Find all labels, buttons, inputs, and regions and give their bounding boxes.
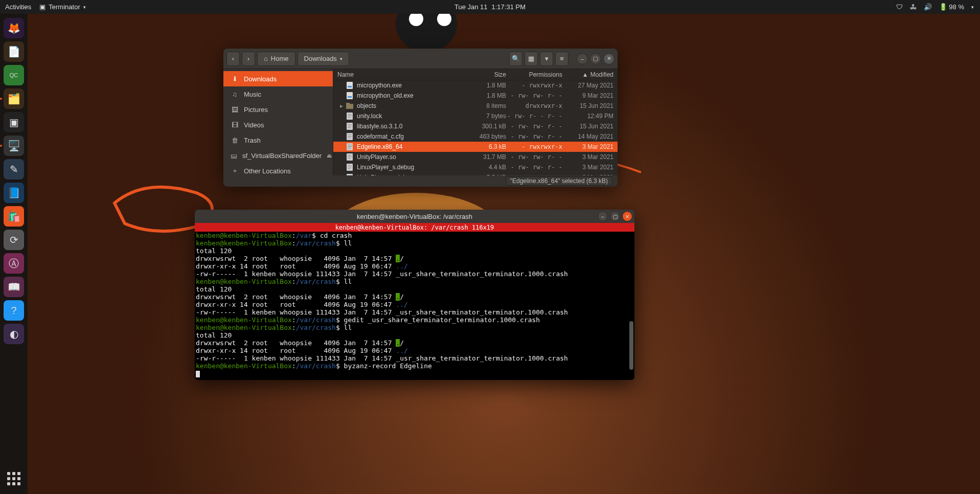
- maximize-button[interactable]: ▢: [590, 53, 601, 64]
- battery-indicator[interactable]: 🔋 98 %: [939, 3, 964, 11]
- svg-rect-13: [348, 117, 351, 118]
- file-size: 31.7 MB: [465, 153, 506, 161]
- file-row[interactable]: UnityPlayer.so31.7 MB- rw- rw- r- -3 Mar…: [333, 152, 618, 162]
- file-row[interactable]: libastyle.so.3.1.0300.1 kB- rw- rw- r- -…: [333, 121, 618, 131]
- svg-rect-33: [348, 168, 351, 169]
- file-perm: - rw- rw- r- -: [506, 153, 562, 161]
- dock-app-terminator[interactable]: 🖥️: [4, 136, 24, 156]
- show-apps-button[interactable]: [5, 469, 23, 488]
- dock-app-firefox[interactable]: 🦊: [4, 18, 24, 38]
- close-button[interactable]: ✕: [603, 53, 614, 64]
- file-size: 300.1 kB: [465, 123, 506, 130]
- col-size[interactable]: Size: [465, 71, 506, 78]
- file-modified: 15 Jun 2021: [562, 123, 613, 130]
- sidebar-item-music[interactable]: ♫Music: [223, 86, 333, 102]
- file-icon: [346, 164, 354, 171]
- path-current[interactable]: Downloads ▾: [298, 52, 349, 66]
- back-button[interactable]: ‹: [226, 52, 240, 66]
- file-row[interactable]: micropython.exe1.8 MB- rwxrwxr-x27 May 2…: [333, 80, 618, 91]
- file-icon: [346, 143, 354, 150]
- terminal-titlebar: kenben@kenben-VirtualBox: /var/crash – ▢…: [195, 210, 634, 223]
- dock-app-qc[interactable]: QC: [4, 65, 24, 85]
- svg-rect-29: [348, 158, 351, 159]
- volume-icon[interactable]: 🔊: [924, 3, 932, 11]
- file-modified: 27 May 2021: [562, 82, 613, 89]
- sidebar-item-trash[interactable]: 🗑Trash: [223, 132, 333, 148]
- svg-rect-31: [348, 165, 352, 166]
- sidebar-item-other-locations[interactable]: ＋Other Locations: [223, 163, 333, 175]
- eject-icon[interactable]: ⏏: [327, 152, 332, 159]
- app-menu[interactable]: ▣ Terminator ▾: [39, 3, 85, 11]
- file-perm: - rw- rw- r- -: [506, 133, 562, 140]
- file-perm: - rwxrwxr-x: [506, 82, 562, 89]
- search-button[interactable]: 🔍: [509, 52, 522, 66]
- svg-rect-25: [348, 148, 351, 148]
- dock-app-files[interactable]: 🗂️: [4, 88, 24, 109]
- file-modified: 14 May 2021: [562, 133, 613, 140]
- network-icon[interactable]: 🖧: [910, 3, 917, 11]
- view-options-button[interactable]: ▾: [540, 52, 553, 66]
- file-modified: 9 Mar 2021: [562, 92, 613, 99]
- file-row[interactable]: ▸objects8 itemsdrwxrwxr-x15 Jun 2021: [333, 101, 618, 111]
- hamburger-menu[interactable]: ≡: [555, 52, 568, 66]
- dock: 🦊📄QC🗂️▣🖥️✎📘🛍️⟳Ⓐ📖?◐: [0, 14, 28, 494]
- path-current-label: Downloads: [304, 55, 337, 62]
- maximize-button[interactable]: ▢: [610, 211, 620, 221]
- battery-icon: 🔋: [939, 3, 947, 11]
- file-row[interactable]: codeformat_c.cfg463 bytes- rw- rw- r- -1…: [333, 131, 618, 142]
- sidebar-item-sf-virtualboxsharedfolder[interactable]: 🖴sf_VirtualBoxSharedFolder⏏: [223, 148, 333, 163]
- dock-app-writer[interactable]: 📘: [4, 183, 24, 203]
- sort-asc-icon: ▲: [582, 71, 588, 78]
- sidebar-icon: 🖴: [231, 152, 237, 160]
- terminal-scrollbar[interactable]: [629, 238, 633, 377]
- dock-app-libreoffice[interactable]: 📄: [4, 41, 24, 62]
- close-icon: ✕: [607, 55, 611, 62]
- view-grid-button[interactable]: ▦: [525, 52, 538, 66]
- file-row[interactable]: unity.lock7 bytes- rw- r- - r- -12:49 PM: [333, 111, 618, 121]
- file-modified: 3 Mar 2021: [562, 164, 613, 171]
- dock-app-eclipse[interactable]: ◐: [4, 324, 24, 344]
- chevron-down-icon[interactable]: ▾: [971, 5, 974, 10]
- file-row[interactable]: Edgeline.x86_646.3 kB- rwxrwxr-x3 Mar 20…: [333, 142, 618, 152]
- clock[interactable]: Tue Jan 11 1:17:31 PM: [454, 3, 526, 11]
- dock-app-gedit[interactable]: ✎: [4, 159, 24, 179]
- col-modified[interactable]: ▲ Modified: [562, 71, 613, 78]
- shield-icon[interactable]: 🛡: [896, 3, 903, 11]
- close-button[interactable]: ✕: [622, 211, 632, 221]
- file-row[interactable]: micropython_old.exe1.8 MB- rw- rw- r- -9…: [333, 91, 618, 101]
- svg-rect-15: [348, 124, 352, 125]
- file-size: 6.3 kB: [465, 143, 506, 150]
- svg-rect-9: [346, 103, 350, 105]
- col-name[interactable]: Name: [337, 71, 465, 78]
- minimize-button[interactable]: –: [577, 53, 588, 64]
- col-permissions[interactable]: Permissions: [506, 71, 562, 78]
- activities-button[interactable]: Activities: [5, 3, 31, 11]
- maximize-icon: ▢: [593, 55, 598, 62]
- expander-icon[interactable]: ▸: [337, 102, 346, 109]
- terminal-body[interactable]: kenben@kenben-VirtualBox:/var$ cd crash …: [195, 232, 634, 380]
- path-home[interactable]: ⌂ Home: [257, 52, 295, 66]
- svg-rect-17: [348, 127, 351, 128]
- forward-button[interactable]: ›: [242, 52, 255, 66]
- dock-app-store[interactable]: Ⓐ: [4, 253, 24, 274]
- search-icon: 🔍: [512, 55, 520, 62]
- dock-app-terminal[interactable]: ▣: [4, 112, 24, 132]
- terminal-icon: ▣: [39, 3, 45, 11]
- dock-app-software[interactable]: 🛍️: [4, 206, 24, 227]
- sidebar-item-pictures[interactable]: 🖼Pictures: [223, 102, 333, 117]
- terminator-tab-header[interactable]: kenben@kenben-VirtualBox: /var/crash 116…: [195, 223, 634, 232]
- sidebar-item-videos[interactable]: 🎞Videos: [223, 117, 333, 132]
- file-icon: [346, 153, 354, 161]
- clock-date: Tue Jan 11: [454, 3, 488, 11]
- minimize-icon: –: [601, 214, 604, 219]
- file-name: micropython_old.exe: [357, 92, 465, 99]
- chevron-right-icon: ›: [247, 55, 249, 62]
- dock-app-help[interactable]: ?: [4, 300, 24, 321]
- minimize-button[interactable]: –: [598, 211, 608, 221]
- dock-app-updates[interactable]: ⟳: [4, 230, 24, 250]
- terminal-title: kenben@kenben-VirtualBox: /var/crash: [357, 213, 472, 220]
- sidebar-item-downloads[interactable]: ⬇Downloads: [223, 71, 333, 86]
- clock-time: 1:17:31 PM: [492, 3, 526, 11]
- file-row[interactable]: LinuxPlayer_s.debug4.4 kB- rw- rw- r- -3…: [333, 162, 618, 172]
- dock-app-dict[interactable]: 📖: [4, 277, 24, 297]
